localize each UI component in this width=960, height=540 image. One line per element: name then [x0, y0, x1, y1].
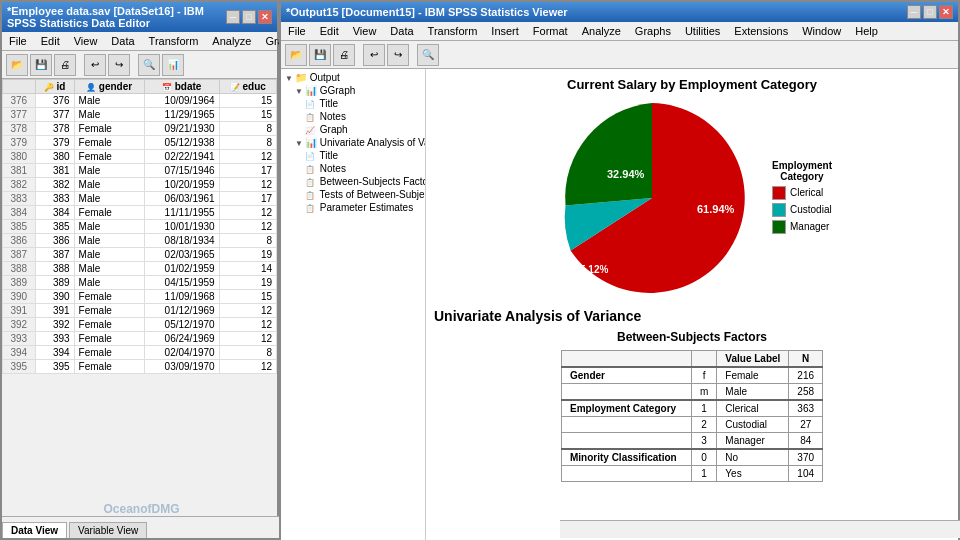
cell-bdate[interactable]: 11/09/1968	[144, 290, 219, 304]
cell-bdate[interactable]: 08/18/1934	[144, 234, 219, 248]
menu-data[interactable]: Data	[108, 34, 137, 48]
out-menu-data[interactable]: Data	[387, 24, 416, 38]
cell-educ[interactable]: 12	[219, 178, 276, 192]
out-menu-format[interactable]: Format	[530, 24, 571, 38]
out-undo-btn[interactable]: ↩	[363, 44, 385, 66]
cell-gender[interactable]: Male	[74, 164, 144, 178]
cell-educ[interactable]: 8	[219, 122, 276, 136]
cell-gender[interactable]: Female	[74, 150, 144, 164]
cell-id[interactable]: 379	[35, 136, 74, 150]
cell-educ[interactable]: 12	[219, 304, 276, 318]
cell-gender[interactable]: Female	[74, 290, 144, 304]
cell-bdate[interactable]: 03/09/1970	[144, 360, 219, 374]
out-save-btn[interactable]: 💾	[309, 44, 331, 66]
tree-between-subjects[interactable]: 📋 Between-Subjects Factors	[283, 175, 423, 188]
cell-bdate[interactable]: 02/03/1965	[144, 248, 219, 262]
cell-educ[interactable]: 15	[219, 94, 276, 108]
out-menu-view[interactable]: View	[350, 24, 380, 38]
cell-educ[interactable]: 8	[219, 346, 276, 360]
cell-id[interactable]: 380	[35, 150, 74, 164]
cell-id[interactable]: 383	[35, 192, 74, 206]
out-menu-utilities[interactable]: Utilities	[682, 24, 723, 38]
tree-output[interactable]: ▼📁 Output	[283, 71, 423, 84]
out-print-btn[interactable]: 🖨	[333, 44, 355, 66]
col-header-bdate[interactable]: 📅 bdate	[144, 80, 219, 94]
cell-id[interactable]: 388	[35, 262, 74, 276]
col-header-educ[interactable]: 📝 educ	[219, 80, 276, 94]
tree-univ-notes[interactable]: 📋 Notes	[283, 162, 423, 175]
tree-param-estimates[interactable]: 📋 Parameter Estimates	[283, 201, 423, 214]
cell-id[interactable]: 387	[35, 248, 74, 262]
cell-educ[interactable]: 12	[219, 318, 276, 332]
menu-view[interactable]: View	[71, 34, 101, 48]
out-open-btn[interactable]: 📂	[285, 44, 307, 66]
out-menu-edit[interactable]: Edit	[317, 24, 342, 38]
tab-variable-view[interactable]: Variable View	[69, 522, 147, 538]
print-button[interactable]: 🖨	[54, 54, 76, 76]
out-menu-analyze[interactable]: Analyze	[579, 24, 624, 38]
cell-gender[interactable]: Male	[74, 192, 144, 206]
col-header-gender[interactable]: 👤 gender	[74, 80, 144, 94]
undo-button[interactable]: ↩	[84, 54, 106, 76]
cell-id[interactable]: 385	[35, 220, 74, 234]
cell-educ[interactable]: 19	[219, 248, 276, 262]
cell-bdate[interactable]: 04/15/1959	[144, 276, 219, 290]
cell-id[interactable]: 382	[35, 178, 74, 192]
chart-button[interactable]: 📊	[162, 54, 184, 76]
cell-educ[interactable]: 12	[219, 150, 276, 164]
cell-gender[interactable]: Male	[74, 262, 144, 276]
menu-file[interactable]: File	[6, 34, 30, 48]
cell-gender[interactable]: Female	[74, 304, 144, 318]
cell-educ[interactable]: 19	[219, 276, 276, 290]
cell-bdate[interactable]: 05/12/1970	[144, 318, 219, 332]
tree-univariate[interactable]: ▼📊 Univariate Analysis of Variance	[283, 136, 423, 149]
redo-button[interactable]: ↪	[108, 54, 130, 76]
tree-tests[interactable]: 📋 Tests of Between-Subjects	[283, 188, 423, 201]
cell-gender[interactable]: Male	[74, 220, 144, 234]
cell-id[interactable]: 378	[35, 122, 74, 136]
cell-id[interactable]: 391	[35, 304, 74, 318]
cell-gender[interactable]: Male	[74, 108, 144, 122]
cell-gender[interactable]: Male	[74, 276, 144, 290]
save-button[interactable]: 💾	[30, 54, 52, 76]
cell-bdate[interactable]: 06/24/1969	[144, 332, 219, 346]
cell-gender[interactable]: Female	[74, 360, 144, 374]
cell-id[interactable]: 394	[35, 346, 74, 360]
cell-bdate[interactable]: 09/21/1930	[144, 122, 219, 136]
out-menu-transform[interactable]: Transform	[425, 24, 481, 38]
cell-gender[interactable]: Female	[74, 136, 144, 150]
cell-id[interactable]: 395	[35, 360, 74, 374]
cell-id[interactable]: 389	[35, 276, 74, 290]
cell-educ[interactable]: 17	[219, 192, 276, 206]
minimize-button-out[interactable]: ─	[907, 5, 921, 19]
out-menu-insert[interactable]: Insert	[488, 24, 522, 38]
cell-bdate[interactable]: 02/04/1970	[144, 346, 219, 360]
tree-ggraph[interactable]: ▼📊 GGraph	[283, 84, 423, 97]
cell-gender[interactable]: Female	[74, 346, 144, 360]
cell-bdate[interactable]: 11/11/1955	[144, 206, 219, 220]
cell-id[interactable]: 381	[35, 164, 74, 178]
cell-educ[interactable]: 12	[219, 206, 276, 220]
cell-id[interactable]: 376	[35, 94, 74, 108]
cell-id[interactable]: 386	[35, 234, 74, 248]
tree-univ-title[interactable]: 📄 Title	[283, 149, 423, 162]
cell-gender[interactable]: Male	[74, 178, 144, 192]
minimize-button[interactable]: ─	[226, 10, 240, 24]
tab-data-view[interactable]: Data View	[2, 522, 67, 538]
open-button[interactable]: 📂	[6, 54, 28, 76]
cell-id[interactable]: 392	[35, 318, 74, 332]
cell-gender[interactable]: Male	[74, 94, 144, 108]
cell-bdate[interactable]: 11/29/1965	[144, 108, 219, 122]
cell-bdate[interactable]: 10/01/1930	[144, 220, 219, 234]
cell-educ[interactable]: 12	[219, 220, 276, 234]
col-header-id[interactable]: 🔑 id	[35, 80, 74, 94]
out-redo-btn[interactable]: ↪	[387, 44, 409, 66]
restore-button[interactable]: □	[242, 10, 256, 24]
cell-bdate[interactable]: 10/09/1964	[144, 94, 219, 108]
close-button-out[interactable]: ✕	[939, 5, 953, 19]
cell-id[interactable]: 384	[35, 206, 74, 220]
menu-edit[interactable]: Edit	[38, 34, 63, 48]
close-button[interactable]: ✕	[258, 10, 272, 24]
out-menu-graphs[interactable]: Graphs	[632, 24, 674, 38]
cell-educ[interactable]: 15	[219, 290, 276, 304]
